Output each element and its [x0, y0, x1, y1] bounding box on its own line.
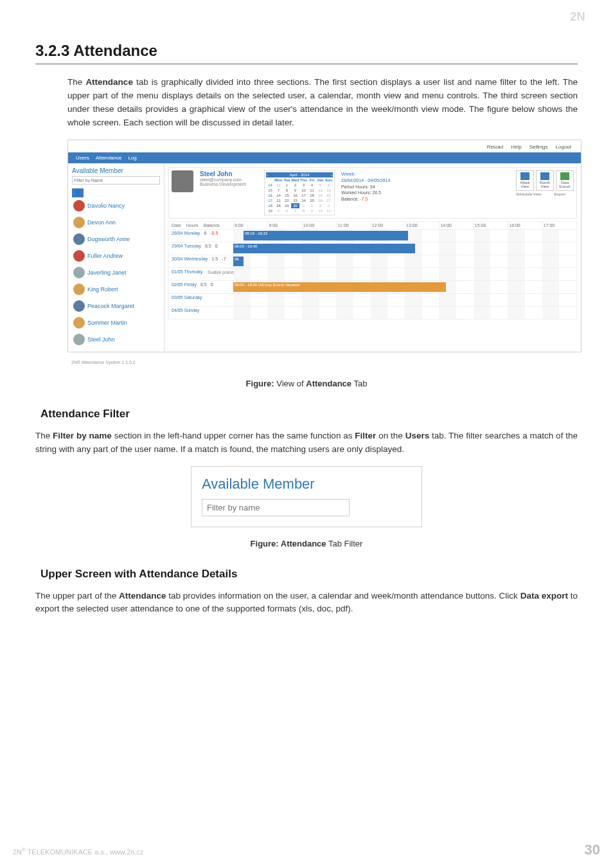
view-controls: WeekView MonthView DataExport Schedule V…: [516, 170, 574, 196]
schedule-view-label: Schedule View: [516, 192, 542, 196]
svg-text:2N: 2N: [570, 10, 585, 23]
link-help[interactable]: Help: [511, 144, 521, 150]
brand-logo: 2N: [565, 6, 603, 26]
sidebar-item-davolio[interactable]: Davolio Nancy: [72, 197, 160, 214]
link-reload[interactable]: Reload: [487, 144, 503, 150]
month-view-button[interactable]: MonthView: [536, 170, 554, 191]
subsection-filter: Attendance Filter: [40, 408, 578, 420]
vacation-bar[interactable]: 08:00 - 18:00 (All Day Event) Vacation: [233, 282, 446, 292]
attendance-screenshot: Reload Help Settings Logout Users Attend…: [67, 140, 582, 352]
balance-value: Balance: -7.5: [341, 196, 412, 203]
person-icon: 👤: [72, 188, 84, 197]
period-hours: Period Hours: 34: [341, 184, 412, 190]
day-row-thu: 01/05 Thursday Svátek práce: [168, 268, 577, 281]
detail-header: Steel John steel@company.com Business De…: [168, 167, 577, 219]
filter-paragraph: The Filter by name section in the left-h…: [35, 429, 578, 457]
footer-company: 2N® TELEKOMUNIKACE a.s., www.2n.cz: [13, 847, 144, 856]
day-row-sun: 04/05 Sunday: [168, 307, 577, 320]
data-export-button[interactable]: DataExport: [556, 170, 574, 191]
title-underline: [35, 64, 578, 64]
sidebar-item-fuller[interactable]: Fuller Andrew: [72, 248, 160, 264]
avatar-icon: [73, 334, 85, 345]
day-row-fri: 02/05 Friday8.50 08:00 - 18:00 (All Day …: [168, 281, 577, 294]
upper-paragraph: The upper part of the Attendance tab pro…: [35, 590, 578, 617]
day-row-tue: 29/04 Tuesday8.50 08:02 - 16:40: [168, 242, 577, 255]
attendance-bar[interactable]: 08: [233, 257, 244, 266]
avatar-icon: [73, 200, 85, 212]
page-number: 30: [585, 842, 600, 858]
worked-hours: Worked Hours: 26.5: [341, 190, 412, 196]
figure1-caption: Figure: View of Attendance Tab: [35, 379, 578, 388]
avatar-icon: [73, 300, 85, 312]
filter-by-name-input[interactable]: [202, 499, 350, 516]
day-row-sat: 03/05 Saturday: [168, 294, 577, 307]
avatar-icon: [73, 284, 85, 295]
app-version: 2N® Attendance System 1.1.0.2: [67, 357, 578, 367]
cal-next-icon[interactable]: ›: [331, 173, 332, 177]
holiday-note: Svátek práce: [208, 270, 234, 275]
top-links: Reload Help Settings Logout: [68, 140, 581, 152]
col-date: Date: [172, 223, 181, 228]
calendar-grid: MonTueWedThuFriSatSun 1431123456 1578910…: [266, 177, 333, 213]
export-label: Export: [555, 192, 565, 196]
page-title: 3.2.3 Attendance: [35, 42, 578, 60]
link-logout[interactable]: Logout: [556, 144, 571, 150]
sidebar-item-javerling[interactable]: Javerling Janet: [72, 264, 160, 281]
sidebar-item-sommer[interactable]: Sommer Martin: [72, 314, 160, 331]
attendance-bar[interactable]: 08:19 - 16:15: [244, 231, 408, 240]
cal-title: April - 2014: [290, 173, 310, 177]
cal-prev-icon[interactable]: ‹: [267, 173, 268, 177]
col-hours: Hours: [186, 223, 199, 228]
avatar-icon: [73, 250, 85, 262]
month-view-icon: [540, 172, 549, 180]
intro-paragraph: The Attendance tab is graphically divide…: [67, 76, 578, 130]
link-settings[interactable]: Settings: [529, 144, 548, 150]
selected-avatar: [172, 170, 193, 192]
week-view-icon: [520, 172, 529, 180]
sidebar-item-peacock[interactable]: Peacock Margaret: [72, 298, 160, 314]
term-attendance: Attendance: [85, 77, 133, 87]
tab-log[interactable]: Log: [128, 155, 136, 161]
day-row-wed: 30/04 Wednesday1.5-7 08: [168, 255, 577, 268]
tab-attendance[interactable]: Attendance: [96, 155, 121, 161]
calendar[interactable]: ‹April - 2014› MonTueWedThuFriSatSun 143…: [264, 170, 335, 215]
filter-screenshot: Available Member: [191, 466, 422, 527]
selected-user-name: Steel John: [200, 170, 258, 177]
subsection-upper: Upper Screen with Attendance Details: [40, 568, 578, 581]
figure2-caption: Figure: Attendance Tab Filter: [35, 539, 578, 548]
avatar-icon: [73, 317, 85, 329]
selected-user-dept: Business Development: [200, 182, 258, 186]
page-footer: 2N® TELEKOMUNIKACE a.s., www.2n.cz 30: [13, 842, 600, 858]
selected-user-email: steel@company.com: [200, 177, 258, 182]
attendance-bar[interactable]: 08:02 - 16:40: [233, 244, 415, 253]
col-balance: Balance: [203, 223, 219, 228]
filter-input[interactable]: [72, 176, 160, 185]
filter-title: Available Member: [202, 476, 411, 493]
sidebar-item-devon[interactable]: Devon Ann: [72, 214, 160, 231]
sidebar-item-king[interactable]: King Robert: [72, 281, 160, 298]
avatar-icon: [73, 217, 85, 228]
export-icon: [560, 172, 569, 180]
sidebar-item-dogsworth[interactable]: Dogsworth Anne: [72, 231, 160, 248]
avatar-icon: [73, 267, 85, 278]
sidebar-item-steel[interactable]: Steel John: [72, 331, 160, 348]
day-row-mon: 28/04 Monday8-0.5 08:19 - 16:15: [168, 230, 577, 242]
week-summary: Week: 28/04/2014 - 04/05/2014 Period Hou…: [341, 170, 412, 203]
week-label: Week:: [341, 170, 412, 177]
tab-users[interactable]: Users: [76, 155, 89, 161]
avatar-icon: [73, 233, 85, 245]
week-view-button[interactable]: WeekView: [516, 170, 534, 191]
timeline-header: DateHoursBalance 8:009:0010:0011:0012:00…: [168, 221, 577, 230]
sidebar: Available Member 👤 Davolio Nancy Devon A…: [68, 163, 164, 352]
week-range: 28/04/2014 - 04/05/2014: [341, 177, 412, 184]
main-tabs: Users Attendance Log: [68, 152, 581, 163]
sidebar-title: Available Member: [72, 167, 160, 174]
